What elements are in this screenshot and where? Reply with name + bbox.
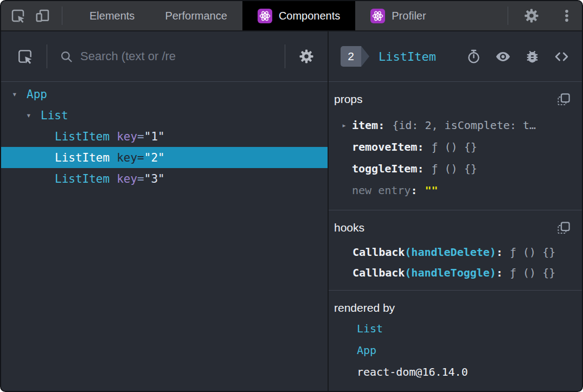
key-attr-name: key <box>117 151 137 164</box>
expand-chevron-icon[interactable]: ▾ <box>12 89 27 99</box>
hook-row-handleDelete[interactable]: Callback(handleDelete):ƒ () {} <box>334 242 571 262</box>
prop-key: new entry <box>352 184 411 197</box>
tree-row-app[interactable]: ▾App <box>1 83 328 105</box>
react-logo-icon <box>258 9 272 23</box>
prop-row-new-entry[interactable]: new entry:"" <box>334 179 571 201</box>
search-icon <box>59 49 74 64</box>
component-name: App <box>27 88 47 101</box>
key-attr-equals: = <box>137 151 144 164</box>
copy-props-icon[interactable] <box>556 92 571 107</box>
hook-name: (handleDelete) <box>405 246 496 259</box>
prop-value[interactable]: "" <box>425 184 438 197</box>
key-attr-name: key <box>117 172 137 185</box>
topbar-separator-right <box>508 7 508 25</box>
tree-settings-gear-icon[interactable] <box>285 48 328 65</box>
hook-colon: : <box>496 246 503 259</box>
tree-row-list[interactable]: ▾List <box>1 105 328 126</box>
rendered-by-react-dom-16-14-0: react-dom@16.14.0 <box>334 361 571 383</box>
component-actions <box>466 48 570 65</box>
hooks-rows: Callback(handleDelete):ƒ () {}Callback(h… <box>334 242 571 283</box>
tree-row-listitem-key-1[interactable]: ListItemkey="1" <box>1 126 328 147</box>
hook-value: ƒ () {} <box>510 246 555 259</box>
copy-hooks-icon[interactable] <box>556 221 571 235</box>
prop-colon: : <box>417 140 424 153</box>
rendered-by-rows: ListAppreact-dom@16.14.0 <box>334 318 571 383</box>
topbar-tabs: ElementsPerformanceComponentsProfiler <box>62 1 441 30</box>
rendered-by-list[interactable]: List <box>334 318 571 339</box>
view-source-code-icon[interactable] <box>553 48 570 65</box>
inspect-element-icon[interactable] <box>10 8 26 24</box>
device-toolbar-icon[interactable] <box>35 8 51 24</box>
inspect-dom-eye-icon[interactable] <box>495 48 511 65</box>
badge-arrow-icon <box>361 46 369 67</box>
component-name: ListItem <box>55 130 110 143</box>
expand-arrow-icon[interactable]: ▸ <box>342 120 352 130</box>
hook-name: (handleToggle) <box>405 266 496 279</box>
prop-row-toggleItem[interactable]: toggleItem:ƒ () {} <box>334 158 571 179</box>
devtools-topbar: ElementsPerformanceComponentsProfiler <box>1 1 582 31</box>
tab-label: Profiler <box>392 10 426 22</box>
hooks-header: hooks <box>334 218 571 237</box>
hook-type: Callback <box>353 266 405 279</box>
devtools-main: ▾App▾ListListItemkey="1"ListItemkey="2"L… <box>1 31 582 391</box>
key-attribute: key="3" <box>117 172 165 185</box>
prop-colon: : <box>378 119 385 132</box>
prop-value: ƒ () {} <box>431 140 477 153</box>
tab-profiler[interactable]: Profiler <box>355 1 441 30</box>
key-attr-value: "3" <box>144 172 165 185</box>
prop-row-removeItem[interactable]: removeItem:ƒ () {} <box>334 136 571 158</box>
search-input[interactable] <box>79 49 285 64</box>
tab-elements[interactable]: Elements <box>74 1 150 30</box>
prop-key: removeItem <box>352 140 417 153</box>
rendered-by-section: rendered by ListAppreact-dom@16.14.0 <box>329 291 582 391</box>
hook-row-handleToggle[interactable]: Callback(handleToggle):ƒ () {} <box>334 262 571 283</box>
element-index-value: 2 <box>341 46 361 67</box>
topbar-tools <box>1 1 62 30</box>
prop-colon: : <box>411 184 417 197</box>
react-logo-icon <box>370 9 385 23</box>
tab-performance[interactable]: Performance <box>150 1 242 30</box>
prop-key: item <box>352 119 378 132</box>
tab-label: Performance <box>165 10 227 22</box>
components-tree-panel: ▾App▾ListListItemkey="1"ListItemkey="2"L… <box>1 31 329 391</box>
component-tree: ▾App▾ListListItemkey="1"ListItemkey="2"L… <box>1 82 328 391</box>
prop-colon: : <box>417 162 424 175</box>
key-attr-equals: = <box>137 130 144 143</box>
rendered-by-title: rendered by <box>334 301 395 314</box>
component-name: List <box>41 109 68 122</box>
rendered-by-app[interactable]: App <box>334 339 571 361</box>
key-attr-value: "1" <box>144 130 165 143</box>
devtools-window: ElementsPerformanceComponentsProfiler <box>0 0 583 392</box>
props-title: props <box>334 93 363 106</box>
selected-component-name: ListItem <box>379 50 466 63</box>
tree-row-listitem-key-3[interactable]: ListItemkey="3" <box>1 168 328 189</box>
hooks-title: hooks <box>334 221 364 234</box>
hook-colon: : <box>496 266 503 279</box>
prop-value: ƒ () {} <box>431 162 477 175</box>
pick-component-icon[interactable] <box>16 48 34 65</box>
key-attr-value: "2" <box>144 151 165 164</box>
component-header: 2 ListItem <box>329 31 582 82</box>
settings-gear-icon[interactable] <box>516 8 547 24</box>
tab-label: Components <box>279 10 340 22</box>
props-section: props ▸item:{id: 2, isComplete: t…remove… <box>329 82 582 210</box>
key-attribute: key="1" <box>117 130 165 143</box>
expand-chevron-icon[interactable]: ▾ <box>26 110 41 120</box>
tab-label: Elements <box>89 10 134 22</box>
component-name: ListItem <box>55 172 110 185</box>
rendered-by-header: rendered by <box>334 298 571 318</box>
hooks-section: hooks Callback(handleDelete):ƒ () {}Call… <box>329 210 582 291</box>
props-rows: ▸item:{id: 2, isComplete: t…removeItem:ƒ… <box>334 114 571 201</box>
prop-row-item[interactable]: ▸item:{id: 2, isComplete: t… <box>334 114 571 136</box>
more-options-icon[interactable] <box>552 8 582 23</box>
tab-components[interactable]: Components <box>242 1 355 30</box>
log-to-console-bug-icon[interactable] <box>524 49 540 65</box>
key-attr-equals: = <box>137 172 144 185</box>
key-attr-name: key <box>117 130 137 143</box>
prop-key: toggleItem <box>352 162 417 175</box>
tree-toolbar <box>1 31 328 82</box>
suspend-timer-icon[interactable] <box>466 49 482 65</box>
key-attribute: key="2" <box>117 151 165 164</box>
element-index-badge: 2 <box>341 46 369 67</box>
tree-row-listitem-key-2[interactable]: ListItemkey="2" <box>1 147 328 168</box>
